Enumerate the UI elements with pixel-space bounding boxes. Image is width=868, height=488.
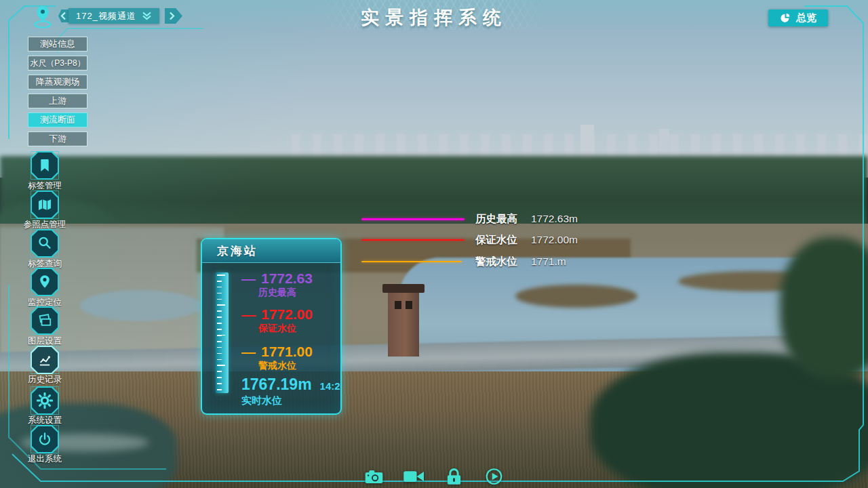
reference-point-button[interactable] <box>31 190 59 219</box>
power-icon <box>35 429 55 449</box>
tag-search-button[interactable] <box>31 229 59 258</box>
realtime-level-label: 实时水位 <box>241 394 282 407</box>
guarantee-line <box>361 239 465 241</box>
guarantee-line-value: 1772.00m <box>531 234 578 246</box>
search-icon <box>35 233 55 253</box>
realtime-time: 14:20 <box>320 380 342 392</box>
lock-icon <box>445 466 464 487</box>
real-scene-command-screen: 172_视频通道 实景指挥系统 总览 测站信息 水尺（P3-P8） 降蒸观测场 … <box>0 0 868 488</box>
exit-system-label: 退出系统 <box>18 453 72 465</box>
history-record-label: 历史记录 <box>18 374 72 386</box>
historic-max-value: — 1772.63 <box>241 270 313 287</box>
playback-button[interactable] <box>481 466 507 487</box>
history-chart-icon <box>35 350 55 370</box>
warning-line <box>361 261 462 263</box>
tag-manage-button[interactable] <box>31 151 59 180</box>
level-dash: — <box>241 306 256 323</box>
layers-icon <box>35 310 55 331</box>
overview-label: 总览 <box>796 12 816 24</box>
historic-max-line-value: 1772.63m <box>531 213 578 225</box>
guarantee-line-label: 保证水位 <box>475 233 523 247</box>
guarantee-line-row: 保证水位 1772.00m <box>361 232 578 247</box>
video-camera-icon <box>402 468 426 485</box>
history-record-button[interactable] <box>31 346 59 374</box>
warning-level-label: 警戒水位 <box>258 360 296 372</box>
historic-max-line-row: 历史最高 1772.63m <box>361 211 578 226</box>
snapshot-button[interactable] <box>361 466 387 487</box>
play-icon <box>485 467 504 486</box>
camera-icon <box>363 468 385 486</box>
overview-button[interactable]: 总览 <box>768 9 828 26</box>
warning-line-label: 警戒水位 <box>475 255 523 269</box>
exit-system-button[interactable] <box>31 425 59 453</box>
sidebar-item-water-gauge[interactable]: 水尺（P3-P8） <box>28 56 87 70</box>
location-pin-icon <box>35 272 55 292</box>
layer-settings-button[interactable] <box>31 306 59 335</box>
realtime-number: 1767.19m <box>241 375 312 394</box>
warning-line-row: 警戒水位 1771.m <box>361 254 566 269</box>
historic-max-line <box>361 218 465 220</box>
water-level-ruler <box>216 272 229 393</box>
bottom-toolbar <box>361 466 507 487</box>
historic-max-line-label: 历史最高 <box>475 212 523 226</box>
level-dash: — <box>241 344 256 360</box>
system-settings-button[interactable] <box>31 386 59 415</box>
station-panel: 京海站 — 1772.63 历史最高 — 1772.00 保证水位 — 1771… <box>201 238 342 415</box>
level-number: 1772.00 <box>261 306 313 323</box>
station-panel-title: 京海站 <box>202 239 340 263</box>
level-number: 1772.63 <box>261 270 313 287</box>
sidebar-item-evaporation[interactable]: 降蒸观测场 <box>28 75 87 89</box>
monitor-locate-button[interactable] <box>31 268 59 296</box>
sidebar-item-downstream[interactable]: 下游 <box>28 131 87 146</box>
guarantee-level-label: 保证水位 <box>258 323 296 335</box>
pie-chart-icon <box>780 12 791 24</box>
realtime-level-value: 1767.19m 14:20 <box>241 375 342 394</box>
gear-icon <box>35 390 55 411</box>
warning-level-value: — 1771.00 <box>241 344 313 360</box>
historic-max-label: 历史最高 <box>258 287 296 299</box>
page-title: 实景指挥系统 <box>0 5 868 30</box>
map-icon <box>35 195 55 215</box>
sidebar-item-upstream[interactable]: 上游 <box>28 94 87 108</box>
sidebar-item-flow-section[interactable]: 测流断面 <box>28 113 87 127</box>
guarantee-level-value: — 1772.00 <box>241 306 313 323</box>
level-number: 1771.00 <box>261 344 313 360</box>
lock-button[interactable] <box>441 466 467 487</box>
warning-line-value: 1771.m <box>531 256 566 268</box>
level-dash: — <box>241 270 256 287</box>
sidebar-item-station-info[interactable]: 测站信息 <box>28 37 87 52</box>
bookmark-icon <box>35 155 55 176</box>
record-button[interactable] <box>401 466 427 487</box>
